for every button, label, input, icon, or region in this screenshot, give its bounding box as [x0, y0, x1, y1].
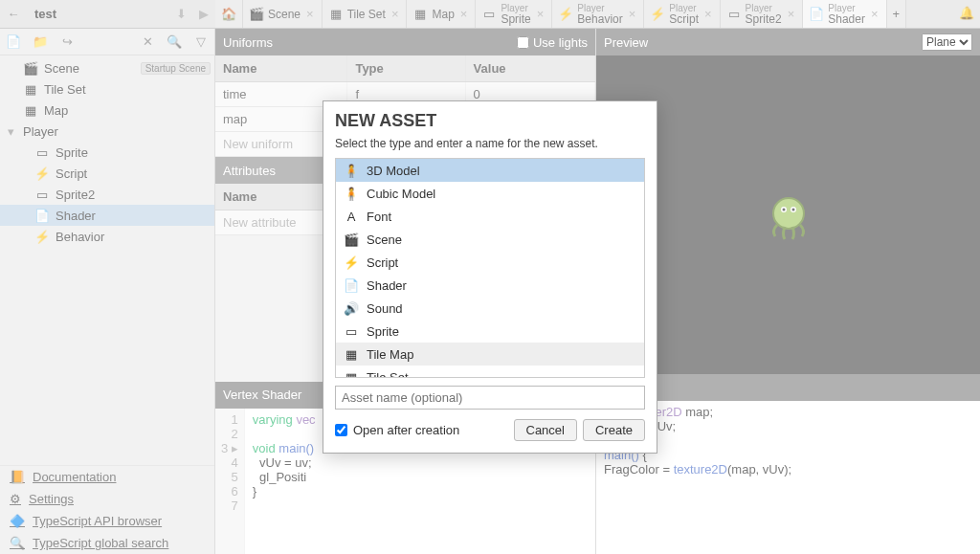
type-item-tile-map[interactable]: ▦Tile Map — [336, 343, 644, 366]
type-item-shader[interactable]: 📄Shader — [336, 274, 644, 297]
type-item-sprite[interactable]: ▭Sprite — [336, 320, 644, 343]
model3d-icon: 🧍 — [344, 163, 359, 178]
type-item-3d-model[interactable]: 🧍3D Model — [336, 159, 644, 182]
type-item-cubic-model[interactable]: 🧍Cubic Model — [336, 182, 644, 205]
new-asset-modal: NEW ASSET Select the type and enter a na… — [323, 100, 657, 454]
asset-type-list: 🧍3D Model 🧍Cubic Model AFont 🎬Scene ⚡Scr… — [335, 158, 645, 378]
tileset-icon: ▦ — [344, 369, 359, 378]
sound-icon: 🔊 — [344, 300, 359, 316]
app-root: ← test ⬇ ▶ 🏠 🎬Scene× ▦Tile Set× ▦Map× ▭P… — [0, 0, 980, 554]
modal-subtitle: Select the type and enter a name for the… — [335, 137, 645, 150]
bolt-icon: ⚡ — [344, 255, 359, 270]
open-after-toggle[interactable]: Open after creation — [335, 423, 459, 437]
sprite-icon: ▭ — [344, 323, 359, 339]
asset-name-input[interactable] — [335, 386, 645, 410]
modal-footer: Open after creation Cancel Create — [335, 419, 645, 441]
type-item-tile-set[interactable]: ▦Tile Set — [336, 366, 644, 378]
cancel-button[interactable]: Cancel — [514, 419, 577, 441]
type-item-font[interactable]: AFont — [336, 205, 644, 228]
font-icon: A — [344, 209, 359, 224]
tilemap-icon: ▦ — [344, 346, 359, 362]
cubic-icon: 🧍 — [344, 186, 359, 201]
modal-backdrop[interactable]: NEW ASSET Select the type and enter a na… — [0, 0, 980, 554]
shader-icon: 📄 — [344, 277, 359, 293]
type-item-scene[interactable]: 🎬Scene — [336, 228, 644, 251]
create-button[interactable]: Create — [583, 419, 645, 441]
type-item-script[interactable]: ⚡Script — [336, 251, 644, 274]
clapper-icon: 🎬 — [344, 232, 359, 247]
type-item-sound[interactable]: 🔊Sound — [336, 297, 644, 320]
open-after-checkbox[interactable] — [335, 424, 347, 436]
modal-title: NEW ASSET — [335, 111, 645, 131]
